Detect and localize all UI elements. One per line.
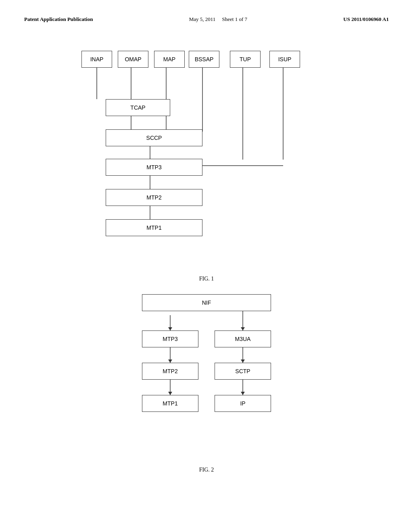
box-sctp: SCTP: [215, 363, 271, 380]
box-fig2-mtp1: MTP1: [142, 395, 198, 412]
svg-marker-20: [168, 392, 172, 395]
header-right: US 2011/0106960 A1: [343, 16, 389, 23]
svg-marker-15: [168, 327, 172, 330]
box-tup: TUP: [230, 51, 261, 68]
box-tcap: TCAP: [106, 99, 170, 116]
svg-marker-18: [168, 360, 172, 363]
fig2-label: FIG. 2: [199, 467, 214, 473]
box-sccp: SCCP: [106, 129, 202, 146]
fig2-wrapper: NIF MTP3 M3UA MTP2 SCTP MTP1: [130, 294, 283, 463]
box-bssap: BSSAP: [189, 51, 219, 68]
box-nif: NIF: [142, 294, 271, 311]
svg-marker-16: [241, 327, 245, 330]
box-omap: OMAP: [118, 51, 148, 68]
box-inap: INAP: [81, 51, 112, 68]
svg-marker-24: [241, 392, 245, 395]
header-left: Patent Application Publication: [24, 16, 93, 23]
fig1-wrapper: INAP OMAP MAP BSSAP TUP ISUP: [69, 47, 344, 272]
fig1-label: FIG. 1: [199, 276, 214, 282]
box-mtp2: MTP2: [106, 189, 202, 206]
header-center: May 5, 2011 Sheet 1 of 7: [189, 16, 247, 23]
box-mtp3: MTP3: [106, 159, 202, 176]
header-date: May 5, 2011: [189, 16, 216, 22]
fig1-diagram: INAP OMAP MAP BSSAP TUP ISUP: [24, 47, 389, 294]
box-ip: IP: [215, 395, 271, 412]
fig2-diagram: NIF MTP3 M3UA MTP2 SCTP MTP1: [24, 294, 389, 485]
box-isup: ISUP: [269, 51, 300, 68]
box-mtp1: MTP1: [106, 219, 202, 236]
box-fig2-mtp3: MTP3: [142, 330, 198, 347]
page: Patent Application Publication May 5, 20…: [0, 0, 413, 532]
page-header: Patent Application Publication May 5, 20…: [24, 16, 389, 23]
box-map: MAP: [154, 51, 185, 68]
svg-marker-22: [241, 360, 245, 363]
box-fig2-mtp2: MTP2: [142, 363, 198, 380]
box-m3ua: M3UA: [215, 330, 271, 347]
header-sheet: Sheet 1 of 7: [222, 16, 247, 22]
